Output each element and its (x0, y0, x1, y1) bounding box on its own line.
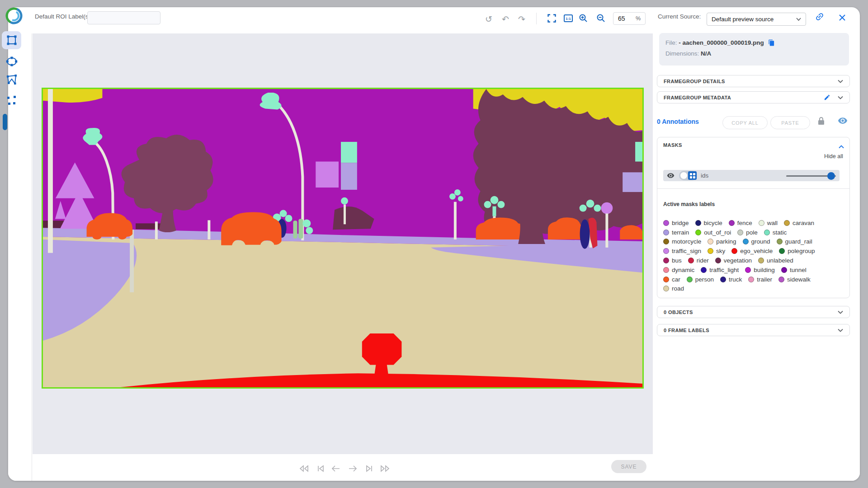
mask-label-dynamic[interactable]: dynamic (663, 267, 694, 273)
zoom-out-icon (596, 14, 605, 23)
copy-icon[interactable] (768, 39, 775, 46)
mask-label-road[interactable]: road (663, 285, 684, 292)
skip-end-button[interactable] (364, 463, 375, 474)
mask-label-motorcycle[interactable]: motorcycle (663, 238, 701, 245)
zoom-in-button[interactable] (579, 14, 588, 24)
mask-color-dot (663, 267, 669, 273)
slider-thumb[interactable] (827, 172, 835, 180)
mask-color-dot (729, 220, 735, 226)
zoom-level-value: 65 (618, 15, 625, 22)
mask-label-row: motorcycleparkinggroundguard_rail (663, 237, 845, 247)
opacity-slider[interactable] (786, 172, 836, 179)
mask-color-dot (715, 258, 721, 263)
mask-label-car[interactable]: car (663, 276, 680, 283)
layer-eye-icon[interactable] (667, 173, 675, 178)
save-button[interactable]: SAVE (611, 460, 646, 473)
mask-label-text: static (773, 229, 787, 236)
mask-label-traffic_sign[interactable]: traffic_sign (663, 248, 701, 254)
mask-label-ground[interactable]: ground (743, 238, 770, 245)
zoom-level-unit: % (636, 15, 641, 22)
mask-label-text: car (672, 276, 680, 283)
mask-color-dot (737, 230, 743, 235)
fit-to-screen-button[interactable] (547, 14, 556, 24)
roi-input[interactable] (87, 11, 160, 24)
zoom-out-button[interactable] (596, 14, 605, 24)
prev-frame-button[interactable] (330, 463, 341, 474)
skip-end-icon (364, 463, 375, 474)
rectangle-tool-icon (6, 34, 18, 46)
polygon-tool-icon (6, 74, 18, 85)
framegroup-details-accordion[interactable]: FRAMEGROUP DETAILS (657, 75, 850, 87)
mask-label-unlabeled[interactable]: unlabeled (758, 257, 793, 264)
link-button[interactable] (815, 12, 825, 23)
framegroup-metadata-accordion[interactable]: FRAMEGROUP METADATA (657, 91, 850, 103)
lock-button[interactable] (817, 117, 825, 127)
mask-label-text: bridge (672, 220, 689, 226)
mask-mode-toggle[interactable] (679, 171, 697, 180)
mask-label-traffic_light[interactable]: traffic_light (701, 267, 739, 273)
mask-label-row: dynamictraffic_lightbuildingtunnel (663, 265, 845, 275)
panel-handle[interactable] (3, 114, 7, 130)
edit-icon[interactable] (824, 94, 830, 101)
close-button[interactable] (839, 14, 846, 23)
objects-accordion[interactable]: 0 OBJECTS (657, 306, 850, 318)
mask-label-building[interactable]: building (745, 267, 775, 273)
points-tool-button[interactable] (5, 94, 19, 107)
fast-rewind-button[interactable] (298, 463, 309, 474)
skip-start-button[interactable] (315, 463, 326, 474)
mask-label-trailer[interactable]: trailer (748, 276, 772, 283)
mask-label-truck[interactable]: truck (720, 276, 742, 283)
roi-label: Default ROI Label(s): (35, 13, 92, 20)
frame-labels-title: 0 FRAME LABELS (664, 328, 838, 333)
mask-label-bridge[interactable]: bridge (663, 220, 689, 226)
mask-label-text: parking (716, 238, 736, 245)
mask-color-dot (764, 230, 770, 235)
rectangle-tool-button[interactable] (5, 33, 19, 47)
zoom-in-icon (579, 14, 588, 23)
mask-label-sidewalk[interactable]: sidewalk (778, 276, 811, 283)
toggle-knob (680, 172, 687, 179)
dimensions-label: Dimensions: (665, 50, 699, 57)
mask-label-static[interactable]: static (764, 229, 787, 236)
mask-color-dot (781, 267, 787, 273)
mask-label-pole[interactable]: pole (737, 229, 758, 236)
ellipse-tool-button[interactable] (5, 55, 19, 68)
redo-icon[interactable]: ↷ (518, 15, 525, 24)
visibility-button[interactable] (838, 117, 848, 126)
history-icon[interactable]: ↺ (485, 15, 492, 24)
mask-label-person[interactable]: person (687, 276, 714, 283)
mask-label-wall[interactable]: wall (759, 220, 778, 226)
mask-label-out_of_roi[interactable]: out_of_roi (695, 229, 731, 236)
mask-label-text: rider (697, 257, 709, 264)
link-icon (812, 9, 826, 23)
mask-label-vegetation[interactable]: vegetation (715, 257, 752, 264)
next-frame-button[interactable] (347, 463, 358, 474)
current-source-select[interactable]: Default preview source (707, 13, 806, 26)
copy-all-button[interactable]: COPY ALL (722, 116, 768, 129)
mask-label-ego_vehicle[interactable]: ego_vehicle (731, 248, 773, 254)
mask-label-fence[interactable]: fence (729, 220, 752, 226)
mask-label-terrain[interactable]: terrain (663, 229, 689, 236)
mask-label-sky[interactable]: sky (708, 248, 725, 254)
frame-labels-accordion[interactable]: 0 FRAME LABELS (657, 324, 850, 336)
mask-label-bicycle[interactable]: bicycle (695, 220, 722, 226)
hide-all-link[interactable]: Hide all (824, 153, 843, 160)
current-source-label: Current Source: (658, 13, 701, 20)
mask-label-row: road (663, 284, 845, 294)
actual-size-button[interactable]: 1:1 (564, 14, 573, 24)
mask-label-guard_rail[interactable]: guard_rail (777, 238, 812, 245)
paste-button[interactable]: PASTE (770, 116, 810, 129)
mask-label-polegroup[interactable]: polegroup (779, 248, 815, 254)
mask-label-rider[interactable]: rider (688, 257, 709, 264)
undo-icon[interactable]: ↶ (502, 15, 509, 24)
mask-label-parking[interactable]: parking (708, 238, 736, 245)
mask-label-caravan[interactable]: caravan (784, 220, 814, 226)
fast-forward-button[interactable] (380, 463, 391, 474)
polygon-tool-button[interactable] (5, 73, 19, 86)
mask-label-tunnel[interactable]: tunnel (781, 267, 807, 273)
zoom-level-input[interactable]: 65 % (613, 12, 646, 25)
mask-color-dot (695, 230, 701, 235)
masks-collapse-button[interactable] (839, 142, 844, 150)
segmentation-image[interactable] (42, 88, 644, 389)
mask-label-bus[interactable]: bus (663, 257, 682, 264)
